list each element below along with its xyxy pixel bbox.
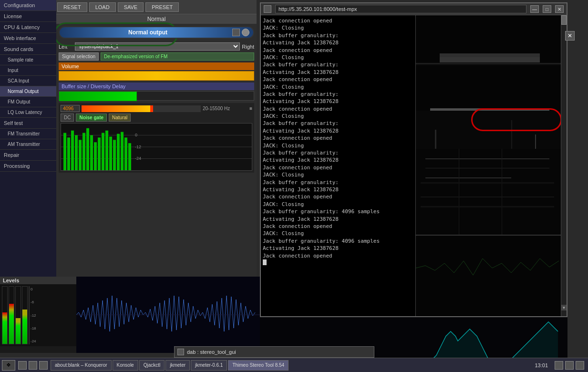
terminal-titlebar: http://5.35.250.101:8000/test-mpx — □ ✕ [261, 3, 567, 15]
log-line: Jack buffer granularity: 4096 samples [263, 208, 413, 215]
output-header: Normal output [59, 26, 254, 39]
sidebar-item-input[interactable]: Input [0, 65, 56, 76]
taskbar-app-jkmeter2[interactable]: jkmeter-0.6.1 [191, 360, 227, 371]
sidebar-item-self-test[interactable]: Self test [0, 118, 56, 129]
output-icon-circle[interactable] [242, 29, 249, 36]
natural-label: Natural [109, 114, 131, 122]
log-line: Jack buffer granularity: [263, 91, 413, 98]
log-line: Activating Jack 12387628 [263, 245, 413, 252]
lr-selector-row: Left systemplayback_1 Right [59, 42, 254, 51]
terminal-minimize-button[interactable]: — [530, 5, 539, 13]
svg-rect-38 [425, 158, 549, 159]
svg-rect-16 [113, 140, 116, 170]
log-line: Jack connection opened [263, 105, 413, 113]
log-line: Jack connection opened [263, 76, 413, 83]
sidebar-item-sca-input[interactable]: SCA Input [0, 76, 56, 86]
svg-rect-44 [421, 196, 554, 197]
taskbar-icon-1[interactable] [18, 361, 27, 370]
svg-rect-46 [416, 235, 567, 316]
svg-rect-9 [86, 128, 89, 170]
dc-label: DC [61, 114, 74, 122]
terminal-maximize-button[interactable]: □ [543, 5, 551, 13]
sidebar-item-web-interface[interactable]: Web interface [0, 33, 56, 44]
log-line: Jack connection opened [263, 17, 413, 24]
taskbar-app-stereotool[interactable]: Thimeo Stereo Tool 8.54 [228, 360, 289, 371]
taskbar-app-qjackctl[interactable]: Qjackctl [139, 360, 165, 371]
volume-bar[interactable] [59, 71, 254, 81]
scrollbar-thumb[interactable] [561, 15, 567, 25]
svg-rect-30 [416, 64, 567, 65]
scroll-down[interactable]: ▼ [561, 305, 567, 310]
sidebar-item-normal-output[interactable]: Normal Output [0, 86, 56, 97]
svg-rect-17 [117, 134, 120, 170]
sidebar-item-sound-cards[interactable]: Sound cards [0, 44, 56, 55]
svg-rect-7 [79, 140, 82, 170]
taskbar-app-konsole[interactable]: Konsole [113, 360, 138, 371]
svg-rect-35 [511, 120, 512, 149]
log-line: JACK: Closing [263, 83, 413, 91]
systray-icon-3[interactable] [576, 361, 584, 370]
log-line: Activating Jack 12387628 [263, 39, 413, 46]
sidebar-item-processing[interactable]: Processing [0, 161, 56, 172]
log-line: Activating Jack 12387628 [263, 216, 413, 223]
main-panel: Normal Normal output Left systemplayback… [56, 14, 257, 277]
svg-rect-19 [124, 137, 127, 170]
panel-title: Normal [56, 14, 257, 24]
taskbar-app-konqueror[interactable]: about:blank – Konqueror [51, 360, 112, 371]
log-line: Jack buffer granularity: [263, 179, 413, 186]
terminal-close-button[interactable]: ✕ [555, 5, 564, 13]
svg-rect-3 [63, 133, 66, 170]
sidebar-item-configuration[interactable]: Configuration [0, 0, 56, 11]
taskbar-app-jkmeter1[interactable]: jkmeter [165, 360, 190, 371]
log-line: Jack connection opened [263, 193, 413, 200]
sidebar-item-lq-low-latency[interactable]: LQ Low Latency [0, 107, 56, 118]
section-labels: DC Noise gate Natural [61, 114, 252, 122]
signal-selection-button[interactable]: Signal selection [59, 52, 99, 61]
dab-bar: dab : stereo_tool_gui [174, 346, 374, 358]
taskbar-clock: 13:01 [531, 362, 552, 368]
freq-range: 20-15500 Hz [203, 106, 236, 111]
systray-icon-1[interactable] [555, 361, 563, 370]
spectrum-scrollbar[interactable]: ▼ [561, 15, 567, 316]
sidebar-item-fm-output[interactable]: FM Output [0, 97, 56, 107]
noise-gate-label: Noise gate [76, 114, 107, 122]
taskbar-icon-3[interactable] [39, 361, 48, 370]
browser-icon [264, 5, 271, 13]
log-line: Jack buffer granularity: [263, 149, 413, 156]
systray-icon-2[interactable] [565, 361, 574, 370]
svg-rect-20 [128, 143, 131, 170]
svg-rect-6 [75, 135, 78, 171]
sidebar-item-am-transmitter[interactable]: AM Transmitter [0, 139, 56, 150]
start-button[interactable]: ❖ [2, 360, 15, 371]
buffer-label: Buffer size / Diversity Delay [59, 83, 254, 90]
log-line: Jack buffer granularity: 4096 samples [263, 238, 413, 245]
svg-rect-47 [416, 235, 567, 236]
freq-bar[interactable] [82, 105, 201, 112]
sidebar-item-fm-transmitter[interactable]: FM Transmitter [0, 129, 56, 139]
buffer-bar[interactable] [59, 92, 137, 101]
svg-rect-43 [421, 182, 554, 184]
output-icon-square[interactable] [232, 29, 240, 36]
eq-grid: 0 -12 -24 [61, 123, 252, 171]
float-close-button[interactable]: ✕ [565, 31, 575, 41]
preset-button[interactable]: PRESET [145, 2, 179, 12]
sidebar-item-cpu-latency[interactable]: CPU & Latency [0, 22, 56, 33]
svg-rect-34 [435, 130, 436, 149]
spectrum-svg [416, 15, 567, 316]
svg-rect-10 [90, 135, 93, 171]
reset-button[interactable]: RESET [57, 2, 87, 12]
log-line: JACK: Closing [263, 54, 413, 61]
log-line: JACK: Closing [263, 230, 413, 237]
sidebar-item-repair[interactable]: Repair [0, 150, 56, 161]
playback-device-select[interactable]: systemplayback_1 [75, 42, 240, 51]
toolbar: RESET LOAD SAVE PRESET [56, 0, 257, 14]
sidebar-item-license[interactable]: License [0, 11, 56, 22]
svg-rect-27 [440, 57, 540, 60]
sidebar-item-sample-rate[interactable]: Sample rate [0, 55, 56, 65]
load-button[interactable]: LOAD [89, 2, 116, 12]
save-button[interactable]: SAVE [118, 2, 144, 12]
taskbar-icon-2[interactable] [29, 361, 37, 370]
svg-rect-5 [71, 131, 74, 170]
eq-controls: 4096 20-15500 Hz ≡ DC Noise gate Natural [59, 103, 254, 173]
normal-output-area: Normal output Left systemplayback_1 Righ… [56, 24, 257, 175]
